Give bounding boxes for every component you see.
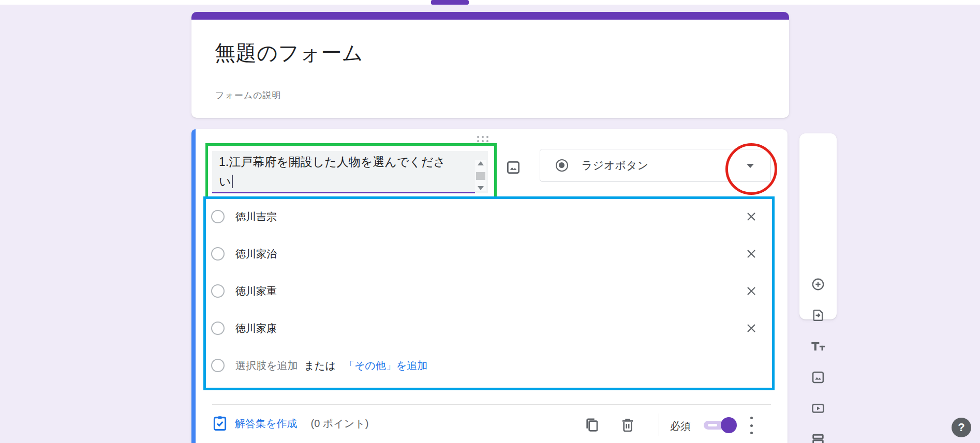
theme-color-bar xyxy=(191,12,789,20)
form-title-input[interactable]: 無題のフォーム xyxy=(215,39,363,67)
footer-separator xyxy=(659,414,659,436)
option-label[interactable]: 徳川家重 xyxy=(235,284,277,298)
option-label[interactable]: 徳川吉宗 xyxy=(235,210,277,224)
delete-button[interactable] xyxy=(619,417,636,433)
duplicate-button[interactable] xyxy=(584,417,600,433)
focus-underline xyxy=(212,192,475,193)
option-row: 徳川吉宗 xyxy=(211,206,277,227)
radio-circle-icon xyxy=(211,210,225,223)
scrollbar-thumb[interactable] xyxy=(476,172,485,180)
option-row: 徳川家治 xyxy=(211,243,277,264)
required-toggle[interactable] xyxy=(704,421,733,430)
import-questions-button[interactable] xyxy=(810,308,826,323)
help-icon: ? xyxy=(958,421,964,434)
close-icon xyxy=(745,285,758,297)
remove-option-button[interactable] xyxy=(745,210,758,223)
radio-circle-icon xyxy=(211,247,225,261)
side-toolbar xyxy=(799,133,837,319)
copy-icon xyxy=(584,417,600,433)
remove-option-button[interactable] xyxy=(745,247,758,261)
toggle-track-highlight xyxy=(708,424,717,426)
scroll-down-icon[interactable] xyxy=(478,186,484,190)
option-label[interactable]: 徳川家治 xyxy=(235,247,277,261)
question-type-dropdown[interactable]: ラジオボタン xyxy=(540,149,771,182)
trash-icon xyxy=(619,417,636,433)
text-cursor xyxy=(232,175,233,188)
add-question-icon xyxy=(811,277,825,292)
add-section-icon xyxy=(811,432,825,443)
answer-key-label: 解答集を作成 xyxy=(235,417,297,431)
close-icon xyxy=(745,248,758,260)
question-text-field[interactable]: 1.江戸幕府を開設した人物を選んでください xyxy=(212,151,488,193)
add-option-or-text: または xyxy=(304,359,335,373)
image-icon xyxy=(811,370,825,385)
import-questions-icon xyxy=(811,308,825,323)
form-title-card: 無題のフォーム フォームの説明 xyxy=(191,12,789,118)
add-question-button[interactable] xyxy=(810,277,826,292)
question-type-label: ラジオボタン xyxy=(582,158,648,173)
toolbar-add-image-button[interactable] xyxy=(810,370,826,385)
add-title-button[interactable] xyxy=(810,339,826,354)
radio-circle-icon xyxy=(211,284,225,298)
points-label: (0 ポイント) xyxy=(310,417,368,431)
chevron-down-icon[interactable] xyxy=(747,164,754,168)
form-description-input[interactable]: フォームの説明 xyxy=(215,89,281,101)
add-option-button[interactable]: 選択肢を追加 xyxy=(235,359,298,373)
add-section-button[interactable] xyxy=(810,432,826,443)
required-label: 必須 xyxy=(670,419,691,433)
option-row: 徳川家重 xyxy=(211,281,277,301)
add-title-icon xyxy=(810,339,826,354)
top-purple-tab xyxy=(431,0,469,5)
add-video-icon xyxy=(811,401,825,416)
drag-handle-icon[interactable] xyxy=(476,136,489,142)
textarea-scrollbar[interactable] xyxy=(475,160,486,191)
more-options-button[interactable] xyxy=(749,417,754,434)
option-label[interactable]: 徳川家康 xyxy=(235,322,277,335)
answer-key-button[interactable]: 解答集を作成 (0 ポイント) xyxy=(212,415,368,432)
scroll-up-icon[interactable] xyxy=(478,161,484,165)
radio-circle-icon xyxy=(211,322,225,335)
add-image-button[interactable] xyxy=(505,159,522,176)
add-option-row: 選択肢を追加 または 「その他」を追加 xyxy=(211,355,427,376)
help-button[interactable]: ? xyxy=(952,418,971,437)
answer-key-icon xyxy=(212,415,228,432)
footer-divider xyxy=(212,404,771,405)
remove-option-button[interactable] xyxy=(745,322,758,335)
close-icon xyxy=(745,322,758,334)
option-row: 徳川家康 xyxy=(211,318,277,339)
close-icon xyxy=(745,210,758,223)
add-video-button[interactable] xyxy=(810,401,826,416)
image-icon xyxy=(506,160,521,175)
toggle-knob[interactable] xyxy=(721,417,737,433)
google-forms-editor: 無題のフォーム フォームの説明 1.江戸幕府を開設した人物を選んでください ラジ… xyxy=(0,0,980,443)
question-text[interactable]: 1.江戸幕府を開設した人物を選んでください xyxy=(219,152,451,191)
remove-option-button[interactable] xyxy=(745,284,758,298)
active-question-indicator xyxy=(191,129,196,443)
radio-circle-icon xyxy=(211,359,225,372)
radio-button-icon xyxy=(556,159,568,172)
top-white-strip xyxy=(0,0,980,5)
kebab-menu-icon xyxy=(750,417,753,419)
add-other-link[interactable]: 「その他」を追加 xyxy=(344,359,427,373)
